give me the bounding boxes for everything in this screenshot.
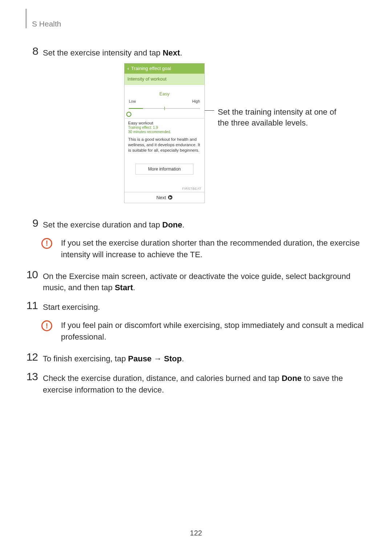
page-number: 122 — [0, 529, 392, 537]
warning-icon: ! — [41, 238, 52, 249]
intensity-section: Easy Low High — [124, 85, 204, 113]
step-10-bold: Start — [115, 283, 133, 292]
scale-low: Low — [129, 99, 136, 103]
step-12-text-b: . — [182, 354, 184, 363]
step-number: 13 — [25, 371, 38, 382]
warning-icon: ! — [41, 320, 52, 331]
slider-handle[interactable] — [126, 112, 131, 117]
phone-titlebar[interactable]: ‹ Training effect goal — [124, 63, 204, 74]
slider-tick — [164, 107, 165, 110]
phone-subtitle: Intensity of workout — [124, 74, 204, 85]
step-9: 9 Set the exercise duration and tap Done… — [25, 218, 367, 231]
training-effect-value: Training effect: 1.9 — [124, 125, 204, 130]
step-12: 12 To finish exercising, tap Pause → Sto… — [25, 352, 367, 365]
step-8: 8 Set the exercise intensity and tap Nex… — [25, 46, 367, 59]
annotation: Set the training intensity at one of the… — [205, 107, 348, 128]
step-8-bold: Next — [163, 48, 180, 57]
workout-name: Easy workout — [124, 119, 204, 125]
step-13-bold: Done — [282, 374, 302, 383]
phone-title: Training effect goal — [131, 66, 171, 71]
step-text: Set the exercise duration and tap Done. — [43, 218, 367, 231]
step-10: 10 On the Exercise main screen, activate… — [25, 269, 367, 294]
step-13-text-a: Check the exercise duration, distance, a… — [43, 374, 282, 383]
phone-screenshot: ‹ Training effect goal Intensity of work… — [124, 63, 205, 203]
intensity-level-label: Easy — [128, 88, 201, 98]
step-10-text-a: On the Exercise main screen, activate or… — [43, 272, 350, 292]
annotation-leader-line — [205, 110, 214, 111]
step-9-bold: Done — [162, 220, 182, 229]
page-header: S Health — [25, 9, 367, 28]
warning-text: If you set the exercise duration shorter… — [61, 237, 367, 260]
step-13: 13 Check the exercise duration, distance… — [25, 371, 367, 396]
intensity-slider[interactable] — [129, 104, 200, 113]
step-number: 11 — [25, 300, 38, 311]
next-label: Next — [156, 195, 166, 200]
intensity-scale-labels: Low High — [128, 98, 201, 103]
slider-track-fill — [129, 108, 143, 109]
step-9-text-a: Set the exercise duration and tap — [43, 220, 162, 229]
recommended-duration: 30 minutes recommended. — [124, 130, 204, 134]
step-12-bold2: Stop — [164, 354, 182, 363]
step-8-text-b: . — [180, 48, 182, 57]
figure-wrap: ‹ Training effect goal Intensity of work… — [124, 63, 205, 203]
step-text: Check the exercise duration, distance, a… — [43, 371, 367, 396]
step-12-text-a: To finish exercising, tap — [43, 354, 128, 363]
figure-row: ‹ Training effect goal Intensity of work… — [25, 63, 367, 203]
step-number: 10 — [25, 269, 38, 280]
step-text: Start exercising. — [43, 300, 367, 313]
step-text: On the Exercise main screen, activate or… — [43, 269, 367, 294]
step-text: To finish exercising, tap Pause → Stop. — [43, 352, 367, 365]
warning-text: If you feel pain or discomfort while exe… — [61, 320, 367, 343]
warning-callout-pain: ! If you feel pain or discomfort while e… — [25, 317, 367, 346]
step-text: Set the exercise intensity and tap Next. — [43, 46, 367, 59]
step-11: 11 Start exercising. — [25, 300, 367, 313]
step-9-text-b: . — [182, 220, 184, 229]
more-information-button[interactable]: More information — [135, 164, 193, 175]
warning-callout-te: ! If you set the exercise duration short… — [25, 235, 367, 264]
workout-description: This is a good workout for health and we… — [124, 134, 204, 160]
next-button[interactable]: Next ▶ — [124, 192, 204, 203]
scale-high: High — [192, 99, 200, 103]
annotation-text: Set the training intensity at one of the… — [214, 107, 348, 128]
step-number: 8 — [25, 46, 38, 57]
brand-label: FIRSTBEAT — [124, 175, 204, 192]
next-arrow-icon: ▶ — [168, 195, 172, 200]
step-number: 12 — [25, 352, 38, 362]
step-number: 9 — [25, 218, 38, 229]
step-10-text-b: . — [133, 283, 135, 292]
step-8-text-a: Set the exercise intensity and tap — [43, 48, 163, 57]
header-accent-bar — [25, 9, 27, 28]
back-chevron-icon[interactable]: ‹ — [127, 66, 129, 71]
step-12-bold1: Pause — [128, 354, 152, 363]
step-12-arrow: → — [152, 354, 164, 363]
section-title: S Health — [32, 20, 61, 28]
